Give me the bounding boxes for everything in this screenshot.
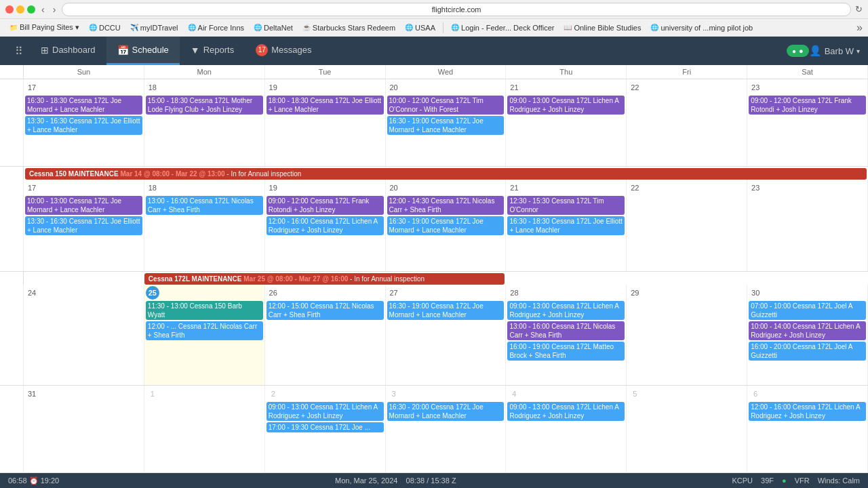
bookmark-bible[interactable]: 📖 Online Bible Studies (559, 22, 645, 33)
close-btn[interactable] (5, 5, 14, 14)
bookmark-bill-paying[interactable]: 📁 Bill Paying Sites ▾ (5, 22, 83, 33)
event-mon18-1[interactable]: 15:00 - 18:30 Cessna 172L Mother Lode Fl… (146, 96, 263, 115)
event-sat30-2[interactable]: 10:00 - 14:00 Cessna 172L Lichen A Rodri… (749, 321, 866, 340)
day-num-apr3: 3 (387, 387, 401, 401)
vfr-dot: ● (782, 476, 787, 485)
event-apr2-1[interactable]: 09:00 - 13:00 Cessna 172L Lichen A Rodri… (267, 402, 384, 421)
day-19b-tue: 19 09:00 - 12:00 Cessna 172L Frank Roton… (265, 180, 386, 271)
day-23b-sat: 23 (747, 180, 868, 271)
day-6-sat: 6 12:00 - 16:00 Cessna 172L Lichen A Rod… (747, 386, 868, 472)
week-num-2 (0, 180, 24, 271)
bookmark-dccu[interactable]: 🌐 DCCU (85, 22, 125, 33)
event-tue26-1[interactable]: 12:00 - 15:00 Cessna 172L Nicolas Carr +… (267, 301, 384, 320)
address-bar[interactable]: flightcircle.com (62, 3, 851, 16)
day-num-18: 18 (146, 81, 159, 94)
maximize-btn[interactable] (27, 5, 35, 14)
day-num-apr4: 4 (507, 387, 521, 401)
event-sun17b-1[interactable]: 10:00 - 13:00 Cessna 172L Joe Mornard + … (25, 196, 142, 215)
calendar-week2: Cessna 150 MAINTENANCE Mar 14 @ 08:00 - … (0, 167, 868, 272)
forward-btn[interactable]: › (51, 4, 58, 15)
bookmark-login-feder[interactable]: 🌐 Login - Feder... Deck Officer (447, 22, 558, 33)
event-wed20-1[interactable]: 10:00 - 12:00 Cessna 172L Tim O'Connor -… (387, 96, 505, 115)
event-wed20b-2[interactable]: 16:30 - 19:00 Cessna 172L Joe Mornard + … (387, 216, 505, 235)
day-17b-sun: 17 10:00 - 13:00 Cessna 172L Joe Mornard… (24, 180, 144, 271)
nav-messages[interactable]: 17 Messages (245, 37, 322, 65)
event-wed20b-1[interactable]: 12:00 - 14:30 Cessna 172L Nicolas Carr +… (387, 196, 505, 215)
bookmark-myidtravel[interactable]: ✈️ myIDTravel (126, 22, 182, 33)
event-apr4-1[interactable]: 09:00 - 13:00 Cessna 172L Lichen A Rodri… (507, 402, 625, 421)
header-tue: Tue (265, 65, 386, 79)
event-tue19b-1[interactable]: 09:00 - 12:00 Cessna 172L Frank Rotondi … (267, 196, 384, 215)
event-thu21-1[interactable]: 09:00 - 13:00 Cessna 172L Lichen A Rodri… (507, 96, 625, 115)
event-mon25-1[interactable]: 11:30 - 13:00 Cessna 150 Barb Wyatt (146, 301, 263, 320)
event-apr2-2[interactable]: 17:00 - 19:30 Cessna 172L Joe ... (267, 422, 384, 432)
coffee-icon: ☕ (302, 24, 311, 31)
day-num-26: 26 (267, 286, 280, 300)
bookmark-afinn[interactable]: 🌐 Air Force Inns (184, 22, 248, 33)
event-sat30-3[interactable]: 16:00 - 20:00 Cessna 172L Joel A Guizzet… (749, 342, 866, 361)
event-apr6-1[interactable]: 12:00 - 16:00 Cessna 172L Lichen A Rodri… (749, 402, 866, 421)
globe-icon5: 🌐 (451, 24, 459, 31)
event-sat23-1[interactable]: 09:00 - 12:00 Cessna 172L Frank Rotondi … (749, 96, 866, 115)
refresh-icon[interactable]: ↻ (855, 4, 863, 14)
event-thu28-2[interactable]: 13:00 - 16:00 Cessna 172L Nicolas Carr +… (507, 321, 625, 340)
day-num-apr5: 5 (628, 387, 642, 401)
user-menu[interactable]: 👤 Barb W ▾ (809, 45, 860, 57)
day-3-wed: 3 16:30 - 20:00 Cessna 172L Joe Mornard … (386, 386, 507, 472)
bookmarks-more-btn[interactable]: » (856, 22, 863, 34)
status-left: 06:58 ⏰ 19:20 (8, 476, 59, 485)
bookmark-university[interactable]: 🌐 university of ...ming pilot job (646, 22, 757, 33)
event-tue19-1[interactable]: 18:00 - 18:30 Cessna 172L Joe Elliott + … (267, 96, 384, 115)
event-thu21b-1[interactable]: 12:30 - 15:30 Cessna 172L Tim O'Connor (507, 196, 625, 215)
event-wed20-2[interactable]: 16:30 - 19:00 Cessna 172L Joe Mornard + … (387, 116, 505, 135)
grid-menu-btn[interactable]: ⠿ (8, 45, 30, 58)
cessna172l-maintenance-banner[interactable]: Cessna 172L MAINTENANCE Mar 25 @ 08:00 -… (144, 273, 505, 285)
bookmark-starbucks[interactable]: ☕ Starbucks Stars Redeem (298, 22, 399, 33)
status-toggle[interactable]: ● ● (787, 45, 809, 57)
event-mon18b-1[interactable]: 13:00 - 16:00 Cessna 172L Nicolas Carr +… (146, 196, 263, 215)
day-num-20: 20 (387, 81, 401, 94)
day-17-sun: 17 16:30 - 18:30 Cessna 172L Joe Mornard… (24, 79, 144, 166)
toggle-icon: ● (792, 47, 796, 55)
app-nav: ⠿ ⊞ Dashboard 📅 Schedule ▼ Reports 17 Me… (0, 37, 868, 65)
day-num-30: 30 (749, 286, 762, 300)
day-num-21: 21 (507, 81, 521, 94)
event-sun17-1[interactable]: 16:30 - 18:30 Cessna 172L Joe Mornard + … (25, 96, 142, 115)
event-wed27-1[interactable]: 16:30 - 19:00 Cessna 172L Joe Mornard + … (387, 301, 505, 320)
event-thu28-1[interactable]: 09:00 - 13:00 Cessna 172L Lichen A Rodri… (507, 301, 625, 320)
event-sun17-2[interactable]: 13:30 - 16:30 Cessna 172L Joe Elliott + … (25, 116, 142, 135)
cessna150-maintenance-banner[interactable]: Cessna 150 MAINTENANCE Mar 14 @ 08:00 - … (25, 168, 867, 180)
filter-icon: ▼ (191, 45, 200, 56)
day-num-apr6: 6 (749, 387, 762, 401)
event-mon25-2[interactable]: 12:00 - ... Cessna 172L Nicolas Carr + S… (146, 321, 263, 340)
event-apr3-1[interactable]: 16:30 - 20:00 Cessna 172L Joe Mornard + … (387, 402, 505, 421)
week-num-1 (0, 79, 24, 166)
globe-icon3: 🌐 (254, 24, 262, 31)
day-num-17: 17 (25, 81, 39, 94)
back-btn[interactable]: ‹ (39, 4, 47, 15)
day-27-wed: 27 16:30 - 19:00 Cessna 172L Joe Mornard… (386, 285, 507, 385)
day-18b-mon: 18 13:00 - 16:00 Cessna 172L Nicolas Car… (144, 180, 265, 271)
day-24-sun: 24 (24, 285, 144, 385)
nav-dashboard[interactable]: ⊞ Dashboard (30, 37, 106, 65)
event-sat30-1[interactable]: 07:00 - 10:00 Cessna 172L Joel A Guizzet… (749, 301, 866, 320)
event-sun17b-2[interactable]: 13:30 - 16:30 Cessna 172L Joe Elliott + … (25, 216, 142, 235)
day-22b-fri: 22 (627, 180, 747, 271)
header-fri: Fri (627, 65, 747, 79)
day-4-thu: 4 09:00 - 13:00 Cessna 172L Lichen A Rod… (506, 386, 627, 472)
minimize-btn[interactable] (16, 5, 24, 14)
day-num-22: 22 (628, 81, 642, 94)
window-controls (5, 5, 35, 14)
nav-reports[interactable]: ▼ Reports (180, 37, 245, 65)
maintenance-banner-row: Cessna 150 MAINTENANCE Mar 14 @ 08:00 - … (0, 167, 868, 180)
event-tue19b-2[interactable]: 12:00 - 16:00 Cessna 172L Lichen A Rodri… (267, 216, 384, 235)
bookmarks-bar: 📁 Bill Paying Sites ▾ 🌐 DCCU ✈️ myIDTrav… (0, 19, 868, 37)
event-thu28-3[interactable]: 16:00 - 19:00 Cessna 172L Matteo Brock +… (507, 342, 625, 361)
bookmark-deltanet[interactable]: 🌐 DeltaNet (250, 22, 297, 33)
bookmark-usaa[interactable]: 🌐 USAA (401, 22, 439, 33)
event-thu21b-2[interactable]: 16:30 - 18:30 Cessna 172L Joe Elliott + … (507, 216, 625, 235)
calendar: Sun Mon Tue Wed Thu Fri Sat 17 16:30 - 1… (0, 65, 868, 473)
day-25-mon: 25 11:30 - 13:00 Cessna 150 Barb Wyatt 1… (144, 285, 265, 385)
day-num-24: 24 (25, 286, 39, 300)
nav-schedule[interactable]: 📅 Schedule (106, 37, 180, 65)
